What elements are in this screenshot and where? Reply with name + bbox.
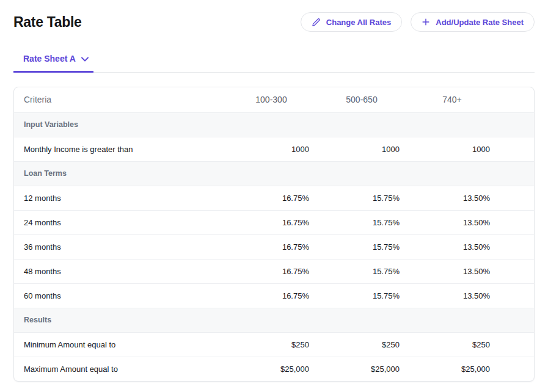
row-label: 12 months (14, 186, 226, 210)
row-value: 13.50% (407, 186, 497, 210)
row-value: $25,000 (407, 357, 497, 381)
row-value: 15.75% (316, 234, 407, 259)
table-body: Input VariablesMonthly Income is greater… (14, 112, 534, 381)
table-row: Maximum Amount equal to$25,000$25,000$25… (14, 357, 534, 381)
row-value: $25,000 (226, 357, 316, 381)
rate-table-page: Rate Table Change All Rates Add/Update R… (0, 0, 548, 382)
row-spacer (497, 234, 534, 259)
section-row: Input Variables (14, 112, 534, 137)
row-spacer (497, 210, 534, 234)
row-label: 60 months (14, 283, 226, 308)
row-value: 15.75% (316, 210, 407, 234)
column-header-500-650: 500-650 (316, 87, 407, 112)
row-label: 36 months (14, 234, 226, 259)
table-row: Minimum Amount equal to$250$250$250 (14, 332, 534, 357)
rate-table: Criteria 100-300 500-650 740+ Input Vari… (14, 87, 534, 381)
table-row: 48 months16.75%15.75%13.50% (14, 259, 534, 283)
column-header-740-plus: 740+ (407, 87, 497, 112)
table-row: Monthly Income is greater than1000100010… (14, 137, 534, 161)
page-title: Rate Table (13, 14, 82, 31)
row-value: 13.50% (407, 259, 497, 283)
section-label: Results (14, 308, 534, 332)
chevron-down-icon (81, 57, 89, 62)
row-value: 15.75% (316, 186, 407, 210)
change-all-rates-label: Change All Rates (326, 18, 391, 27)
row-value: 1000 (226, 137, 316, 161)
tab-rate-sheet-a[interactable]: Rate Sheet A (13, 49, 93, 73)
row-value: $250 (407, 332, 497, 357)
row-value: 1000 (407, 137, 497, 161)
row-value: $25,000 (316, 357, 407, 381)
row-value: 16.75% (226, 259, 316, 283)
column-header-criteria: Criteria (14, 87, 226, 112)
row-value: $250 (316, 332, 407, 357)
row-value: 16.75% (226, 283, 316, 308)
row-value: 16.75% (226, 210, 316, 234)
rate-sheet-tabs: Rate Sheet A (13, 49, 535, 73)
table-row: 60 months16.75%15.75%13.50% (14, 283, 534, 308)
section-label: Loan Terms (14, 161, 534, 186)
row-spacer (497, 259, 534, 283)
section-label: Input Variables (14, 112, 534, 137)
table-row: 12 months16.75%15.75%13.50% (14, 186, 534, 210)
row-spacer (497, 357, 534, 381)
toolbar-actions: Change All Rates Add/Update Rate Sheet (301, 12, 535, 32)
row-label: Monthly Income is greater than (14, 137, 226, 161)
row-value: 15.75% (316, 259, 407, 283)
row-value: 16.75% (226, 186, 316, 210)
row-value: $250 (226, 332, 316, 357)
topbar: Rate Table Change All Rates Add/Update R… (13, 0, 535, 32)
tab-rate-sheet-a-label: Rate Sheet A (23, 54, 76, 64)
section-row: Results (14, 308, 534, 332)
add-update-rate-sheet-label: Add/Update Rate Sheet (436, 18, 524, 27)
row-label: Maximum Amount equal to (14, 357, 226, 381)
row-label: 24 months (14, 210, 226, 234)
row-value: 1000 (316, 137, 407, 161)
row-value: 15.75% (316, 283, 407, 308)
row-value: 13.50% (407, 234, 497, 259)
row-value: 13.50% (407, 210, 497, 234)
row-spacer (497, 283, 534, 308)
row-spacer (497, 186, 534, 210)
plus-icon (422, 18, 430, 26)
change-all-rates-button[interactable]: Change All Rates (301, 12, 402, 32)
row-label: 48 months (14, 259, 226, 283)
table-row: 24 months16.75%15.75%13.50% (14, 210, 534, 234)
column-header-spacer (497, 87, 534, 112)
column-header-100-300: 100-300 (226, 87, 316, 112)
add-update-rate-sheet-button[interactable]: Add/Update Rate Sheet (411, 12, 535, 32)
row-value: 13.50% (407, 283, 497, 308)
pencil-icon (312, 18, 321, 27)
rate-table-card: Criteria 100-300 500-650 740+ Input Vari… (13, 87, 535, 382)
table-header-row: Criteria 100-300 500-650 740+ (14, 87, 534, 112)
row-label: Minimum Amount equal to (14, 332, 226, 357)
row-spacer (497, 332, 534, 357)
section-row: Loan Terms (14, 161, 534, 186)
row-spacer (497, 137, 534, 161)
table-row: 36 months16.75%15.75%13.50% (14, 234, 534, 259)
row-value: 16.75% (226, 234, 316, 259)
